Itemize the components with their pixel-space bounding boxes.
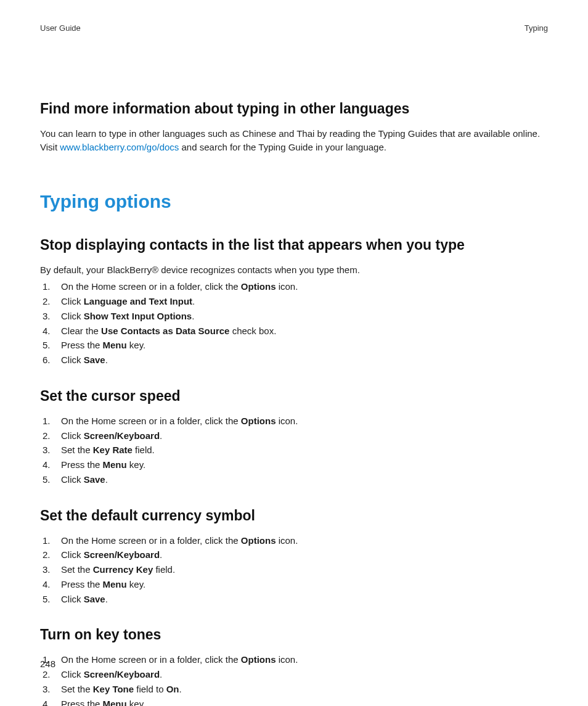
bold-term: Screen/Keyboard: [84, 669, 160, 679]
step-item: Set the Key Tone field to On.: [40, 683, 548, 696]
heading-cursor-speed: Set the cursor speed: [40, 388, 548, 404]
bold-term: Options: [241, 281, 276, 292]
steps-list: On the Home screen or in a folder, click…: [40, 534, 548, 606]
step-item: Click Language and Text Input.: [40, 295, 548, 308]
step-item: Click Screen/Keyboard.: [40, 429, 548, 443]
page-number: 248: [40, 659, 55, 669]
page-header: User Guide Typing: [40, 23, 548, 33]
heading-typing-options: Typing options: [40, 191, 548, 212]
step-item: Click Save.: [40, 473, 548, 486]
bold-term: Menu: [103, 459, 127, 470]
bold-term: Language and Text Input: [84, 296, 192, 306]
heading-currency: Set the default currency symbol: [40, 507, 548, 524]
section-key-tones: Turn on key tones On the Home screen or …: [40, 626, 548, 706]
step-item: Set the Currency Key field.: [40, 563, 548, 577]
bold-term: Options: [241, 535, 276, 546]
step-item: On the Home screen or in a folder, click…: [40, 280, 548, 293]
section-stop-contacts: Stop displaying contacts in the list tha…: [40, 237, 548, 367]
bold-term: Key Rate: [93, 445, 133, 455]
bold-term: Currency Key: [93, 564, 153, 575]
bold-term: Menu: [103, 699, 127, 707]
bold-term: Key Tone: [93, 684, 134, 694]
bold-term: Use Contacts as Data Source: [101, 326, 229, 336]
paragraph: You can learn to type in other languages…: [40, 127, 548, 154]
bold-term: Menu: [103, 579, 127, 589]
heading-find-more-info: Find more information about typing in ot…: [40, 101, 548, 117]
section-currency: Set the default currency symbol On the H…: [40, 507, 548, 606]
step-item: On the Home screen or in a folder, click…: [40, 653, 548, 667]
header-left: User Guide: [40, 23, 81, 33]
step-item: On the Home screen or in a folder, click…: [40, 414, 548, 428]
bold-term: Save: [84, 474, 105, 485]
steps-list: On the Home screen or in a folder, click…: [40, 653, 548, 706]
step-item: Clear the Use Contacts as Data Source ch…: [40, 324, 548, 338]
bold-term: Screen/Keyboard: [84, 430, 160, 441]
bold-term: Save: [84, 594, 105, 604]
step-item: Press the Menu key.: [40, 578, 548, 591]
section-find-more-info: Find more information about typing in ot…: [40, 101, 548, 154]
step-item: Set the Key Rate field.: [40, 443, 548, 457]
text: and search for the Typing Guide in your …: [179, 142, 386, 152]
step-item: Click Screen/Keyboard.: [40, 668, 548, 681]
bold-term: On: [166, 684, 179, 694]
bold-term: Save: [84, 355, 105, 365]
step-item: Press the Menu key.: [40, 697, 548, 707]
bold-term: Options: [241, 654, 276, 665]
header-right: Typing: [525, 23, 548, 33]
docs-link[interactable]: www.blackberry.com/go/docs: [60, 142, 179, 152]
step-item: Click Save.: [40, 353, 548, 367]
steps-list: On the Home screen or in a folder, click…: [40, 414, 548, 486]
step-item: On the Home screen or in a folder, click…: [40, 534, 548, 548]
bold-term: Screen/Keyboard: [84, 549, 160, 560]
bold-term: Menu: [103, 340, 127, 350]
step-item: Click Show Text Input Options.: [40, 310, 548, 323]
step-item: Press the Menu key.: [40, 339, 548, 352]
intro-text: By default, your BlackBerry® device reco…: [40, 263, 548, 277]
bold-term: Show Text Input Options: [84, 311, 192, 321]
section-cursor-speed: Set the cursor speed On the Home screen …: [40, 388, 548, 486]
step-item: Click Screen/Keyboard.: [40, 548, 548, 562]
step-item: Click Save.: [40, 593, 548, 606]
steps-list: On the Home screen or in a folder, click…: [40, 280, 548, 367]
heading-key-tones: Turn on key tones: [40, 626, 548, 643]
bold-term: Options: [241, 416, 276, 426]
heading-stop-contacts: Stop displaying contacts in the list tha…: [40, 237, 548, 253]
step-item: Press the Menu key.: [40, 458, 548, 472]
